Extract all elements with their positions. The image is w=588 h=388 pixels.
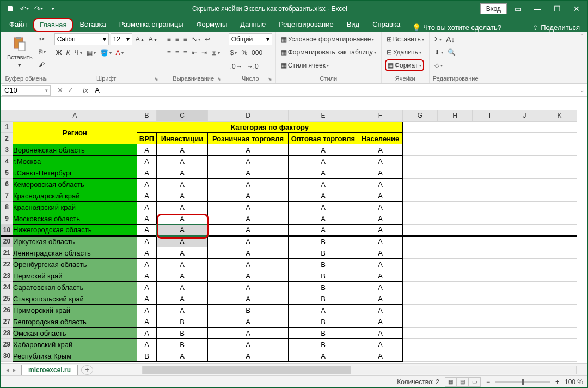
zoom-in-button[interactable]: + (555, 378, 559, 386)
cell[interactable]: A (137, 213, 157, 225)
cell[interactable]: Республика Крым (13, 350, 137, 362)
tab-view[interactable]: Вид (340, 17, 366, 32)
cell[interactable]: A (137, 328, 157, 339)
share-button[interactable]: ⇪Поделиться (532, 23, 580, 32)
dialog-launcher-icon[interactable]: ⬊ (217, 76, 222, 82)
cell[interactable]: B (289, 236, 358, 247)
spreadsheet-grid[interactable]: ABCDEFGHIJK1 Регион Категория по фактору… (1, 110, 587, 363)
cut-button[interactable]: ✂ (37, 33, 47, 45)
cell[interactable]: A (157, 213, 208, 225)
close-icon[interactable]: ✕ (568, 1, 585, 16)
cell[interactable]: A (157, 259, 208, 270)
cell[interactable]: г.Москва (13, 156, 137, 167)
cell[interactable]: A (137, 167, 157, 179)
cell[interactable]: A (289, 190, 358, 202)
cell[interactable]: A (358, 156, 403, 167)
column-header[interactable]: D (208, 110, 289, 122)
maximize-icon[interactable]: ☐ (548, 1, 566, 16)
cell[interactable]: A (358, 144, 403, 156)
cell[interactable]: A (137, 305, 157, 316)
align-middle-button[interactable]: ≡ (174, 33, 181, 45)
cell[interactable]: A (208, 247, 289, 259)
cell[interactable]: Оптовая торговля (289, 133, 358, 144)
cell[interactable]: A (208, 167, 289, 179)
fill-color-button[interactable]: 🪣▾ (99, 47, 113, 59)
cell[interactable]: A (358, 225, 403, 236)
find-select-button[interactable]: 🔍 (446, 46, 457, 58)
redo-icon[interactable]: ↷▾ (32, 2, 45, 15)
decrease-font-button[interactable]: A▾ (147, 33, 158, 45)
row-header[interactable]: 3 (1, 144, 13, 156)
cell[interactable]: A (358, 202, 403, 213)
increase-decimal-button[interactable]: .0→ (229, 60, 244, 72)
cell[interactable]: A (137, 259, 157, 270)
row-header[interactable]: 26 (1, 305, 13, 316)
cell[interactable]: Инвестиции (157, 133, 208, 144)
decrease-decimal-button[interactable]: →.0 (245, 60, 260, 72)
cell[interactable]: A (358, 293, 403, 305)
align-bottom-button[interactable]: ≡ (182, 33, 189, 45)
tab-layout[interactable]: Разметка страницы (113, 17, 190, 32)
cell[interactable]: A (208, 225, 289, 236)
cell[interactable]: A (208, 270, 289, 282)
font-size-combo[interactable]: 12▾ (111, 33, 132, 45)
cell[interactable]: A (137, 293, 157, 305)
cell[interactable]: Оренбургская область (13, 259, 137, 270)
cell[interactable]: A (208, 236, 289, 247)
row-header[interactable]: 9 (1, 213, 13, 225)
borders-button[interactable]: ▦▾ (85, 47, 97, 59)
qat-customize-icon[interactable]: ▾ (46, 2, 59, 15)
cell[interactable]: A (208, 144, 289, 156)
cell[interactable]: Хабаровский край (13, 339, 137, 350)
cell[interactable]: A (137, 179, 157, 190)
cell[interactable]: B (289, 339, 358, 350)
cell[interactable]: Красноярский край (13, 202, 137, 213)
cell[interactable]: A (208, 190, 289, 202)
cell[interactable]: A (137, 202, 157, 213)
minimize-icon[interactable]: — (529, 1, 546, 16)
view-normal-button[interactable]: ▦ (445, 377, 457, 387)
column-header[interactable]: B (137, 110, 157, 122)
delete-cells-button[interactable]: ⊟Удалить▾ (385, 46, 423, 58)
cell[interactable]: B (289, 247, 358, 259)
wrap-text-button[interactable]: ↩ (203, 33, 212, 45)
sort-filter-button[interactable]: A↓ (444, 33, 456, 45)
cell[interactable]: A (208, 316, 289, 328)
cell[interactable]: г.Санкт-Петербург (13, 167, 137, 179)
tab-home[interactable]: Главная (33, 18, 73, 32)
cell[interactable]: B (157, 339, 208, 350)
cell[interactable]: Ленинградская область (13, 247, 137, 259)
cell[interactable]: A (208, 202, 289, 213)
tab-formulas[interactable]: Формулы (190, 17, 234, 32)
cell[interactable]: B (289, 293, 358, 305)
row-header[interactable]: 25 (1, 293, 13, 305)
cell[interactable]: A (157, 190, 208, 202)
format-cells-button[interactable]: ▦Формат▾ (385, 59, 424, 71)
cell[interactable]: A (358, 179, 403, 190)
underline-button[interactable]: Ч▾ (73, 47, 84, 59)
align-left-button[interactable]: ≡ (166, 47, 173, 59)
cell[interactable]: A (358, 190, 403, 202)
cell[interactable]: A (358, 259, 403, 270)
cell[interactable]: A (289, 305, 358, 316)
cell[interactable]: B (208, 305, 289, 316)
row-header[interactable]: 10 (1, 225, 13, 236)
number-format-combo[interactable]: Общий▾ (229, 33, 272, 45)
cell[interactable]: A (289, 167, 358, 179)
view-layout-button[interactable]: ▤ (457, 377, 469, 387)
cell[interactable]: A (157, 144, 208, 156)
dialog-launcher-icon[interactable]: ⬊ (43, 76, 47, 82)
copy-button[interactable]: ⎘▾ (37, 46, 47, 58)
column-header[interactable]: F (358, 110, 403, 122)
row-header[interactable]: 28 (1, 328, 13, 339)
row-header[interactable]: 24 (1, 282, 13, 293)
tab-data[interactable]: Данные (234, 17, 272, 32)
cell[interactable]: Приморский край (13, 305, 137, 316)
tab-insert[interactable]: Вставка (73, 17, 112, 32)
new-sheet-button[interactable]: + (81, 365, 93, 375)
cell[interactable]: Саратовская область (13, 282, 137, 293)
cell[interactable]: A (358, 328, 403, 339)
zoom-level[interactable]: 100 % (565, 378, 583, 386)
cell[interactable]: A (157, 225, 208, 236)
cell[interactable]: A (137, 190, 157, 202)
